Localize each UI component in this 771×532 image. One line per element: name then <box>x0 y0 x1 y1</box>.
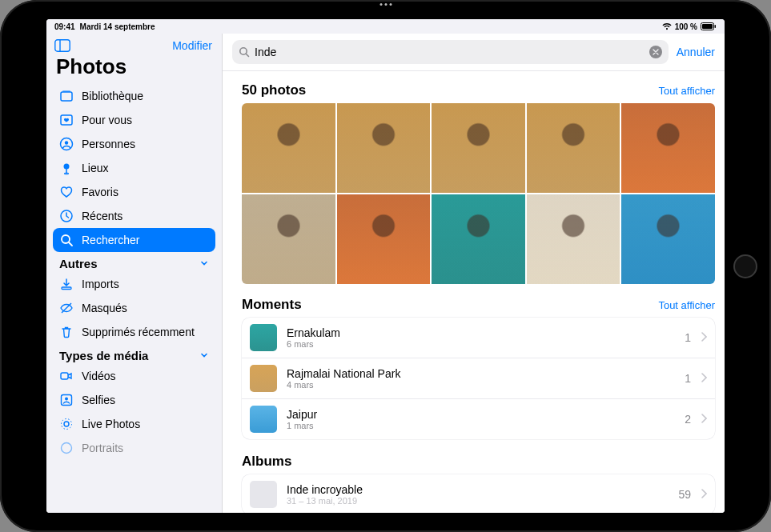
sidebar-item-search[interactable]: Rechercher <box>53 228 215 252</box>
screen: 09:41 Mardi 14 septembre 100 % <box>46 19 725 513</box>
chevron-right-icon <box>701 412 707 426</box>
search-bar: Annuler <box>223 34 725 71</box>
album-row[interactable]: Inde incroyable 31 – 13 mai, 2019 59 <box>242 474 715 513</box>
sidebar-item-people[interactable]: Personnes <box>53 132 215 156</box>
moment-date: 6 mars <box>287 339 675 349</box>
photo-thumbnail[interactable] <box>337 194 431 284</box>
sidebar-item-for-you[interactable]: Pour vous <box>53 108 215 132</box>
section-albums-header: Albums <box>242 449 715 474</box>
section-photos-header: 50 photos Tout afficher <box>242 78 715 103</box>
photo-thumbnail[interactable] <box>621 194 715 284</box>
show-all-moments-button[interactable]: Tout afficher <box>658 299 715 311</box>
sidebar-toggle-icon[interactable] <box>54 38 72 53</box>
sidebar-item-label: Imports <box>82 278 119 290</box>
moment-count: 1 <box>685 372 691 385</box>
moment-thumbnail <box>250 365 277 392</box>
clear-search-button[interactable] <box>649 46 662 58</box>
chevron-right-icon <box>701 371 707 386</box>
section-albums-title: Albums <box>242 454 291 470</box>
sidebar-section-media-types[interactable]: Types de média <box>53 344 215 364</box>
album-count: 59 <box>678 488 691 501</box>
albums-list: Inde incroyable 31 – 13 mai, 2019 59 <box>242 474 715 513</box>
moment-thumbnail <box>250 324 277 351</box>
moment-thumbnail <box>250 406 277 433</box>
trash-icon <box>59 325 74 339</box>
search-field[interactable] <box>232 40 669 64</box>
sidebar-item-hidden[interactable]: Masqués <box>53 296 215 320</box>
svg-line-25 <box>246 54 248 56</box>
photo-thumbnail[interactable] <box>242 194 335 284</box>
status-time: 09:41 <box>54 22 75 31</box>
section-header-label: Autres <box>59 257 98 270</box>
sidebar-item-library[interactable]: Bibliothèque <box>53 84 215 108</box>
svg-point-21 <box>64 422 69 426</box>
sidebar-item-videos[interactable]: Vidéos <box>53 364 215 388</box>
album-thumbnail <box>250 481 277 508</box>
album-title: Inde incroyable <box>287 483 669 496</box>
library-icon <box>59 89 74 103</box>
chevron-right-icon <box>701 487 707 502</box>
moment-title: Jaipur <box>287 408 675 421</box>
svg-point-20 <box>65 398 68 401</box>
sidebar-item-label: Selfies <box>82 394 115 406</box>
photo-thumbnail[interactable] <box>527 194 620 284</box>
chevron-down-icon <box>199 257 209 270</box>
wifi-icon <box>662 22 672 30</box>
for-you-icon <box>59 113 74 127</box>
livephoto-icon <box>59 417 74 431</box>
sidebar-item-label: Supprimés récemment <box>82 326 195 338</box>
sidebar-item-recents[interactable]: Récents <box>53 204 215 228</box>
sidebar-item-label: Live Photos <box>82 418 140 430</box>
svg-rect-3 <box>55 40 70 51</box>
sidebar-item-live-photos[interactable]: Live Photos <box>53 412 215 436</box>
clock-icon <box>59 209 74 223</box>
svg-line-15 <box>69 242 72 246</box>
sidebar-item-label: Lieux <box>82 162 108 174</box>
section-moments-title: Moments <box>242 297 302 313</box>
status-date: Mardi 14 septembre <box>80 22 155 31</box>
search-icon <box>239 46 250 58</box>
sidebar-item-label: Masqués <box>82 302 127 314</box>
chevron-right-icon <box>701 330 707 345</box>
photo-thumbnail[interactable] <box>432 194 525 284</box>
heart-icon <box>59 185 74 199</box>
photo-thumbnail[interactable] <box>432 103 525 193</box>
moment-title: Ernakulam <box>287 326 675 339</box>
moment-row[interactable]: Jaipur 1 mars 2 <box>242 399 715 439</box>
sidebar-item-label: Pour vous <box>82 114 132 126</box>
svg-rect-2 <box>715 25 717 28</box>
sidebar-item-favorites[interactable]: Favoris <box>53 180 215 204</box>
show-all-photos-button[interactable]: Tout afficher <box>658 85 715 97</box>
section-header-label: Types de média <box>59 349 148 362</box>
photo-thumbnail[interactable] <box>527 103 620 193</box>
battery-label: 100 % <box>675 22 697 31</box>
sidebar-item-selfies[interactable]: Selfies <box>53 388 215 412</box>
sidebar-item-places[interactable]: Lieux <box>53 156 215 180</box>
moment-date: 4 mars <box>287 380 675 390</box>
moment-title: Rajmalai National Park <box>287 367 675 380</box>
sidebar-section-other[interactable]: Autres <box>53 252 215 272</box>
video-icon <box>59 369 74 383</box>
ipad-frame: 09:41 Mardi 14 septembre 100 % <box>0 0 771 532</box>
sidebar-item-recently-deleted[interactable]: Supprimés récemment <box>53 320 215 344</box>
svg-point-22 <box>62 419 72 430</box>
photo-thumbnail[interactable] <box>242 103 335 193</box>
svg-rect-6 <box>62 90 70 92</box>
search-input[interactable] <box>255 46 645 58</box>
moment-row[interactable]: Rajmalai National Park 4 mars 1 <box>242 358 715 399</box>
sidebar-item-label: Vidéos <box>82 370 116 382</box>
search-icon <box>59 233 74 247</box>
photo-thumbnail[interactable] <box>337 103 431 193</box>
svg-rect-16 <box>62 287 71 290</box>
moment-row[interactable]: Ernakulam 6 mars 1 <box>242 318 715 358</box>
sidebar-item-portraits[interactable]: Portraits <box>53 436 215 460</box>
battery-icon <box>701 22 717 30</box>
photo-thumbnail[interactable] <box>621 103 715 193</box>
edit-button[interactable]: Modifier <box>172 39 212 52</box>
home-button[interactable] <box>733 254 757 278</box>
svg-point-9 <box>65 141 68 144</box>
section-moments-header: Moments Tout afficher <box>242 292 715 318</box>
cancel-search-button[interactable]: Annuler <box>677 46 715 58</box>
sidebar-item-label: Récents <box>82 210 122 222</box>
sidebar-item-imports[interactable]: Imports <box>53 272 215 296</box>
